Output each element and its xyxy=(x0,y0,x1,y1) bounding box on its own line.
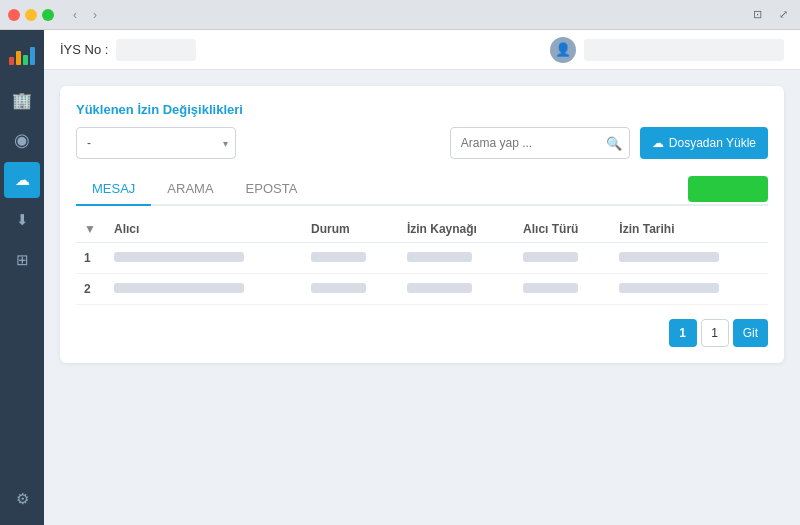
filter-icon: ▼ xyxy=(84,222,96,236)
toolbar-row: - ▾ 🔍 ☁ Dosyadan Yükle xyxy=(76,127,768,159)
nav-arrows: ‹ › xyxy=(66,6,104,24)
col-kaynak: İzin Kaynağı xyxy=(399,216,515,243)
row-durum-1 xyxy=(303,243,399,274)
titlebar-icons: ⊡ ⤢ xyxy=(748,6,792,24)
traffic-lights xyxy=(8,9,54,21)
maximize-button[interactable] xyxy=(42,9,54,21)
main-card: Yüklenen İzin Değişiklikleri - ▾ 🔍 xyxy=(60,86,784,363)
sidebar-item-toggle[interactable]: ◉ xyxy=(4,122,40,158)
header-user-bar xyxy=(584,39,784,61)
sidebar: 🏢 ◉ ☁ ⬇ ⊞ ⚙ xyxy=(0,30,44,525)
page-input[interactable] xyxy=(701,319,729,347)
window-icon-2[interactable]: ⤢ xyxy=(774,6,792,24)
avatar: 👤 xyxy=(550,37,576,63)
upload-btn-label: Dosyadan Yükle xyxy=(669,136,756,150)
row-alici-2 xyxy=(106,274,303,305)
window-icon-1[interactable]: ⊡ xyxy=(748,6,766,24)
row-tarih-2 xyxy=(611,274,768,305)
tab-mesaj[interactable]: MESAJ xyxy=(76,173,151,206)
tabs-row: MESAJ ARAMA EPOSTA xyxy=(76,173,768,206)
row-kaynak-2 xyxy=(399,274,515,305)
sidebar-item-cloud[interactable]: ☁ xyxy=(4,162,40,198)
page-1-button[interactable]: 1 xyxy=(669,319,697,347)
row-turu-1 xyxy=(515,243,611,274)
tab-eposta[interactable]: EPOSTA xyxy=(230,173,314,206)
select-wrapper: - ▾ xyxy=(76,127,236,159)
sidebar-item-download[interactable]: ⬇ xyxy=(4,202,40,238)
main-content: İYS No : 👤 Yüklenen İzin Değişiklikleri … xyxy=(44,30,800,525)
minimize-button[interactable] xyxy=(25,9,37,21)
row-num-2: 2 xyxy=(76,274,106,305)
tab-arama[interactable]: ARAMA xyxy=(151,173,229,206)
data-table: ▼ Alıcı Durum İzin Kaynağı Alıcı Türü İz… xyxy=(76,216,768,305)
row-tarih-1 xyxy=(611,243,768,274)
cloud-upload-icon: ☁ xyxy=(652,136,664,150)
titlebar: ‹ › ⊡ ⤢ xyxy=(0,0,800,30)
row-alici-1 xyxy=(106,243,303,274)
back-arrow[interactable]: ‹ xyxy=(66,6,84,24)
table-row: 1 xyxy=(76,243,768,274)
filter-icon-header[interactable]: ▼ xyxy=(76,216,106,243)
pagination-row: 1 Git xyxy=(76,319,768,347)
iys-value xyxy=(116,39,196,61)
row-durum-2 xyxy=(303,274,399,305)
close-button[interactable] xyxy=(8,9,20,21)
content-area: Yüklenen İzin Değişiklikleri - ▾ 🔍 xyxy=(44,70,800,525)
file-select[interactable]: - xyxy=(76,127,236,159)
row-turu-2 xyxy=(515,274,611,305)
col-turu: Alıcı Türü xyxy=(515,216,611,243)
sidebar-item-settings[interactable]: ⚙ xyxy=(4,481,40,517)
go-button[interactable]: Git xyxy=(733,319,768,347)
search-wrapper: 🔍 xyxy=(450,127,630,159)
row-kaynak-1 xyxy=(399,243,515,274)
col-durum: Durum xyxy=(303,216,399,243)
app-layout: 🏢 ◉ ☁ ⬇ ⊞ ⚙ İYS No : 👤 Yüklenen İzin Değ… xyxy=(0,30,800,525)
upload-button[interactable]: ☁ Dosyadan Yükle xyxy=(640,127,768,159)
table-header-row: ▼ Alıcı Durum İzin Kaynağı Alıcı Türü İz… xyxy=(76,216,768,243)
col-tarih: İzin Tarihi xyxy=(611,216,768,243)
sidebar-item-grid[interactable]: ⊞ xyxy=(4,242,40,278)
forward-arrow[interactable]: › xyxy=(86,6,104,24)
sidebar-item-building[interactable]: 🏢 xyxy=(4,82,40,118)
header-bar: İYS No : 👤 xyxy=(44,30,800,70)
search-input[interactable] xyxy=(450,127,630,159)
sidebar-logo[interactable] xyxy=(6,38,38,70)
row-num-1: 1 xyxy=(76,243,106,274)
col-alici: Alıcı xyxy=(106,216,303,243)
green-status-pill xyxy=(688,176,768,202)
table-row: 2 xyxy=(76,274,768,305)
section-title: Yüklenen İzin Değişiklikleri xyxy=(76,102,768,117)
iys-label: İYS No : xyxy=(60,42,108,57)
